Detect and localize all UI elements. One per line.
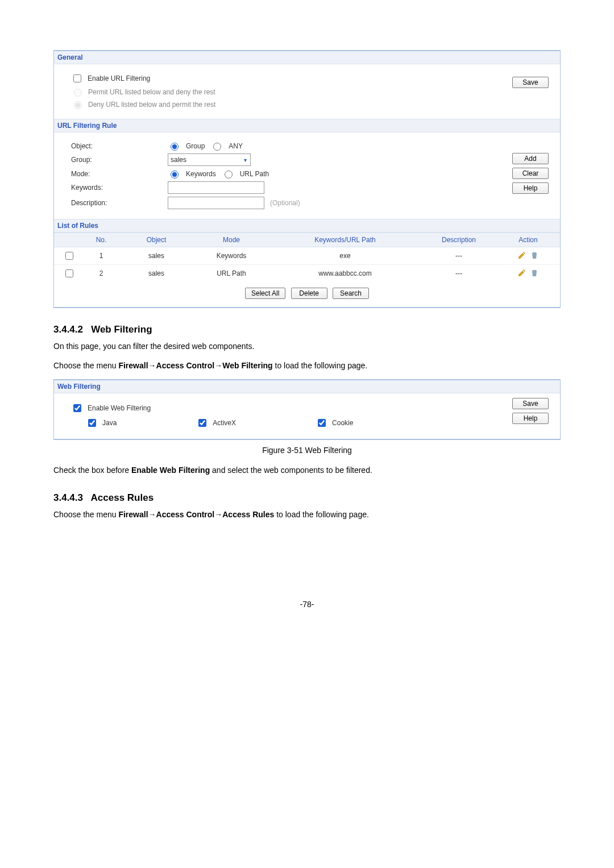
general-section-body: Save Enable URL Filtering Permit URL lis… (54, 64, 560, 119)
cookie-label: Cookie (332, 419, 353, 427)
mode-label: Mode: (71, 170, 168, 178)
heading-access-rules: 3.4.4.3 Access Rules (53, 492, 561, 504)
mode-urlpath-label: URL Path (240, 170, 269, 178)
col-object: Object (119, 233, 194, 247)
web-filtering-body: Save Help Enable Web Filtering Java Acti… (54, 393, 560, 439)
enable-web-filtering-checkbox[interactable] (73, 404, 81, 412)
row-checkbox[interactable] (65, 269, 73, 277)
wf-help-button[interactable]: Help (512, 413, 549, 424)
wf-save-button[interactable]: Save (512, 398, 549, 409)
object-any-radio[interactable] (213, 143, 221, 151)
paragraph-web-filtering-check: Check the box before Enable Web Filterin… (53, 465, 561, 476)
col-kurl: Keywords/URL Path (269, 233, 421, 247)
cell-kurl: exe (269, 247, 421, 265)
web-filtering-panel: Web Filtering Save Help Enable Web Filte… (53, 379, 561, 440)
search-button[interactable]: Search (333, 288, 369, 299)
table-row: 1 sales Keywords exe --- (54, 247, 560, 265)
mode-keywords-label: Keywords (186, 170, 216, 178)
enable-url-filtering-checkbox[interactable] (73, 74, 81, 82)
cell-no: 1 (84, 247, 119, 265)
group-select-value: sales (171, 156, 240, 164)
cell-object: sales (119, 265, 194, 283)
deny-radio-label: Deny URL listed below and permit the res… (88, 101, 215, 109)
general-section-header: General (54, 51, 560, 64)
col-action: Action (496, 233, 560, 247)
url-filtering-panel: General Save Enable URL Filtering Permit… (53, 50, 561, 308)
col-no: No. (84, 233, 119, 247)
web-filtering-header: Web Filtering (54, 380, 560, 393)
edit-icon[interactable] (517, 268, 526, 277)
edit-icon[interactable] (517, 251, 526, 260)
object-group-radio[interactable] (171, 143, 179, 151)
paragraph-web-filtering-nav: Choose the menu Firewall→Access Control→… (53, 360, 561, 372)
enable-url-filtering-label: Enable URL Filtering (88, 74, 150, 82)
rule-section-body: Add Clear Help Object: Group ANY Group: … (54, 132, 560, 219)
group-label: Group: (71, 156, 168, 164)
object-any-label: ANY (229, 142, 243, 150)
delete-button[interactable]: Delete (291, 288, 327, 299)
rule-section-header: URL Filtering Rule (54, 119, 560, 132)
clear-button[interactable]: Clear (512, 168, 549, 179)
cell-mode: Keywords (194, 247, 269, 265)
enable-web-filtering-label: Enable Web Filtering (88, 404, 151, 412)
activex-checkbox[interactable] (198, 419, 206, 427)
cell-no: 2 (84, 265, 119, 283)
help-button[interactable]: Help (512, 182, 549, 194)
cell-desc: --- (421, 265, 496, 283)
col-mode: Mode (194, 233, 269, 247)
keywords-label: Keywords: (71, 184, 168, 192)
table-row: 2 sales URL Path www.aabbcc.com --- (54, 265, 560, 283)
cookie-checkbox[interactable] (318, 419, 326, 427)
permit-radio-label: Permit URL listed below and deny the res… (88, 88, 215, 96)
keywords-input[interactable] (168, 181, 264, 194)
cell-kurl: www.aabbcc.com (269, 265, 421, 283)
object-label: Object: (71, 142, 168, 150)
activex-label: ActiveX (213, 419, 236, 427)
object-group-label: Group (186, 142, 205, 150)
permit-radio[interactable] (74, 89, 82, 97)
row-checkbox[interactable] (65, 252, 73, 260)
java-checkbox[interactable] (88, 419, 96, 427)
rules-button-row: Select All Delete Search (54, 282, 560, 307)
save-button[interactable]: Save (512, 77, 549, 88)
cell-desc: --- (421, 247, 496, 265)
heading-web-filtering: 3.4.4.2 Web Filtering (53, 324, 561, 335)
description-input[interactable] (168, 197, 264, 209)
chevron-down-icon: ▾ (240, 157, 250, 163)
description-label: Description: (71, 199, 168, 207)
mode-keywords-radio[interactable] (171, 171, 179, 178)
paragraph-access-nav: Choose the menu Firewall→Access Control→… (53, 509, 561, 521)
java-label: Java (102, 419, 117, 427)
delete-icon[interactable] (530, 268, 539, 277)
figure-caption: Figure 3-51 Web Filtering (53, 446, 561, 455)
paragraph-web-filtering-intro: On this page, you can filter the desired… (53, 341, 561, 352)
page-number: -78- (53, 600, 561, 609)
list-section-header: List of Rules (54, 219, 560, 232)
delete-icon[interactable] (530, 251, 539, 260)
add-button[interactable]: Add (512, 153, 549, 164)
description-optional-text: (Optional) (270, 199, 300, 207)
rules-table-header: No. Object Mode Keywords/URL Path Descri… (54, 233, 560, 247)
select-all-button[interactable]: Select All (245, 288, 285, 299)
col-desc: Description (421, 233, 496, 247)
deny-radio[interactable] (74, 101, 82, 109)
mode-urlpath-radio[interactable] (225, 171, 233, 178)
cell-mode: URL Path (194, 265, 269, 283)
cell-object: sales (119, 247, 194, 265)
rules-table: No. Object Mode Keywords/URL Path Descri… (54, 232, 560, 282)
group-select[interactable]: sales ▾ (168, 153, 251, 166)
